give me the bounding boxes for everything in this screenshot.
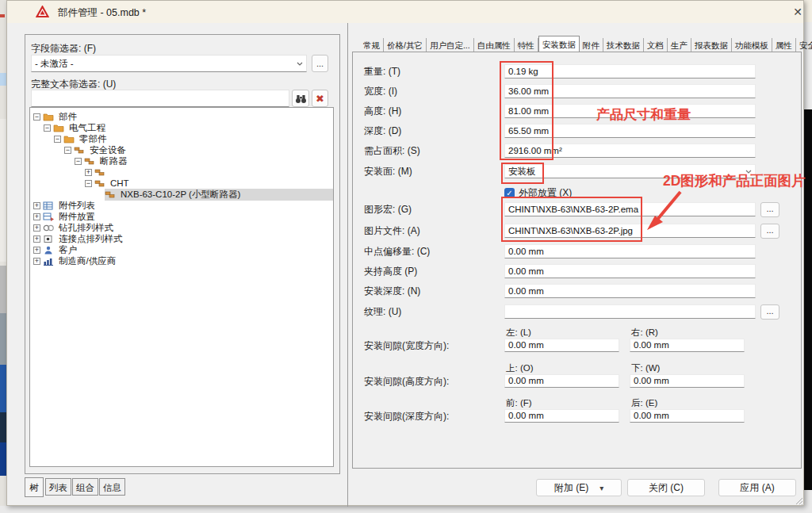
title-bar[interactable]: 部件管理 - 05.mdb * ✕ — [7, 1, 803, 23]
tab-function-templates[interactable]: 功能模板 — [732, 38, 772, 52]
clear-filter-button[interactable]: ✖ — [312, 90, 328, 107]
part-group-icon — [74, 146, 85, 155]
panel-splitter[interactable] — [347, 23, 348, 507]
graphical-macro-browse-button[interactable]: ... — [760, 202, 779, 217]
clearance-value: 0.00 mm — [508, 411, 544, 420]
parts-tree[interactable]: − 部件 − 电气工程 − 零部件 − 安全设备 − — [29, 107, 334, 467]
tab-free-properties[interactable]: 自由属性 — [474, 38, 515, 52]
mounting-surface-label: 安装面: (M) — [364, 164, 412, 178]
expand-expander-icon[interactable]: + — [85, 169, 92, 176]
mounting-surface-select[interactable]: 安装板 — [504, 164, 756, 178]
mounting-depth-input[interactable]: 0.00 mm — [504, 284, 756, 298]
center-offset-label: 中点偏移量: (C) — [364, 244, 430, 258]
part-group-icon — [84, 157, 95, 166]
tree-item[interactable]: + — [30, 167, 333, 178]
tab-general[interactable]: 常规 — [360, 38, 384, 52]
tree-item[interactable]: − 部件 — [30, 111, 333, 122]
resize-grip-icon[interactable] — [795, 497, 803, 505]
texture-input[interactable] — [504, 304, 756, 319]
clearance-depth-back-input[interactable]: 0.00 mm — [630, 409, 745, 423]
tree-item[interactable]: − 电气工程 — [30, 122, 333, 133]
tab-user-defined[interactable]: 用户自定... — [427, 38, 474, 52]
view-tab-tree[interactable]: 树 — [25, 477, 44, 497]
depth-input[interactable]: 65.50 mm — [504, 124, 756, 138]
clearance-back-header: 后: (E) — [631, 397, 657, 409]
expand-expander-icon[interactable]: + — [33, 224, 40, 232]
clearance-height-label: 安装间隙(高度方向): — [364, 374, 449, 389]
expand-expander-icon[interactable]: + — [33, 258, 40, 265]
tab-report-data[interactable]: 报表数据 — [691, 38, 732, 52]
tree-item[interactable]: + 客户 — [30, 244, 333, 255]
collapse-expander-icon[interactable]: − — [54, 136, 61, 143]
external-placement-checkbox[interactable]: ✓ — [504, 188, 515, 198]
width-input[interactable]: 36.00 mm — [504, 84, 756, 98]
tab-safety-values[interactable]: 安全值 — [796, 38, 812, 52]
tree-item-label: NXB-63-C10-2P (小型断路器) — [118, 189, 243, 201]
tree-item[interactable]: + 附件列表 — [30, 200, 333, 211]
expand-expander-icon[interactable]: + — [33, 202, 40, 209]
clearance-depth-front-input[interactable]: 0.00 mm — [504, 409, 619, 423]
tab-technical-data[interactable]: 技术数据 — [603, 38, 644, 52]
clearance-depth-label: 安装间隙(深度方向): — [364, 409, 449, 423]
tab-prices-other[interactable]: 价格/其它 — [384, 38, 427, 52]
tree-item-selected[interactable]: · NXB-63-C10-2P (小型断路器) — [30, 189, 333, 200]
expand-expander-icon[interactable]: + — [33, 247, 40, 254]
space-requirement-input[interactable]: 2916.00 mm² — [504, 144, 756, 158]
collapse-expander-icon[interactable]: − — [85, 180, 92, 187]
customer-icon — [43, 246, 54, 255]
clearance-height-top-input[interactable]: 0.00 mm — [504, 374, 619, 388]
field-filter-select[interactable]: - 未激活 - — [31, 55, 307, 72]
clearance-value: 0.00 mm — [508, 340, 544, 350]
view-tab-list[interactable]: 列表 — [45, 478, 71, 496]
tree-item[interactable]: − 断路器 — [30, 155, 333, 167]
clearance-width-left-input[interactable]: 0.00 mm — [504, 339, 619, 352]
expand-expander-icon[interactable]: + — [33, 213, 40, 220]
weight-input[interactable]: 0.19 kg — [504, 64, 756, 78]
tab-characteristics[interactable]: 特性 — [515, 38, 538, 52]
mounting-surface-value: 安装板 — [508, 165, 536, 178]
field-filter-label: 字段筛选器: (F) — [31, 42, 96, 56]
tree-item[interactable]: − 安全设备 — [30, 144, 333, 155]
tab-mounting-data[interactable]: 安装数据 — [538, 36, 580, 53]
apply-button[interactable]: 应用 (A) — [718, 479, 796, 496]
fulltext-filter-input[interactable] — [31, 90, 289, 107]
search-button[interactable] — [292, 90, 309, 107]
space-requirement-label: 需占面积: (S) — [364, 144, 420, 158]
clearance-width-right-input[interactable]: 0.00 mm — [630, 339, 745, 352]
extras-button[interactable]: 附加 (E) ▾ — [536, 479, 622, 496]
tree-item[interactable]: + 附件放置 — [30, 211, 333, 222]
center-offset-input[interactable]: 0.00 mm — [504, 244, 756, 258]
expand-expander-icon[interactable]: + — [33, 235, 40, 243]
depth-label: 深度: (D) — [364, 124, 401, 138]
clearance-height-bottom-input[interactable]: 0.00 mm — [630, 374, 745, 388]
tree-item[interactable]: − CHT — [30, 178, 333, 189]
collapse-expander-icon[interactable]: − — [33, 113, 40, 121]
clearance-value: 0.00 mm — [508, 376, 544, 385]
view-tab-combination[interactable]: 组合 — [72, 478, 98, 496]
tab-production[interactable]: 生产 — [668, 38, 691, 52]
folder-icon — [63, 135, 75, 144]
graphical-macro-input[interactable]: CHINT\NXB-63\NXB-63-2P.ema — [504, 202, 756, 216]
image-file-input[interactable]: CHINT\NXB-63\NXB-63-2P.jpg — [504, 224, 756, 238]
field-filter-browse-button[interactable]: ... — [312, 55, 328, 72]
image-file-browse-button[interactable]: ... — [760, 224, 779, 239]
tree-item[interactable]: + 连接点排列样式 — [30, 233, 333, 244]
view-tab-info[interactable]: 信息 — [99, 478, 125, 496]
tree-item[interactable]: − 零部件 — [30, 133, 333, 144]
tab-accessories[interactable]: 附件 — [580, 38, 603, 52]
collapse-expander-icon[interactable]: − — [64, 147, 71, 154]
clearance-width-label: 安装间隙(宽度方向): — [364, 339, 449, 353]
tab-documents[interactable]: 文档 — [644, 38, 668, 52]
tree-item[interactable]: + 钻孔排列样式 — [30, 222, 333, 233]
close-button[interactable]: 关闭 (C) — [627, 479, 705, 496]
texture-label: 纹理: (U) — [364, 304, 401, 319]
tree-item[interactable]: + 制造商/供应商 — [30, 255, 333, 266]
collapse-expander-icon[interactable]: − — [44, 124, 51, 132]
close-icon[interactable]: ✕ — [787, 4, 808, 20]
height-value: 81.00 mm — [508, 105, 549, 117]
height-input[interactable]: 81.00 mm — [504, 104, 756, 118]
texture-browse-button[interactable]: ... — [760, 304, 779, 320]
collapse-expander-icon[interactable]: − — [75, 158, 82, 165]
clamping-height-input[interactable]: 0.00 mm — [504, 264, 756, 278]
tab-properties[interactable]: 属性 — [772, 38, 796, 52]
